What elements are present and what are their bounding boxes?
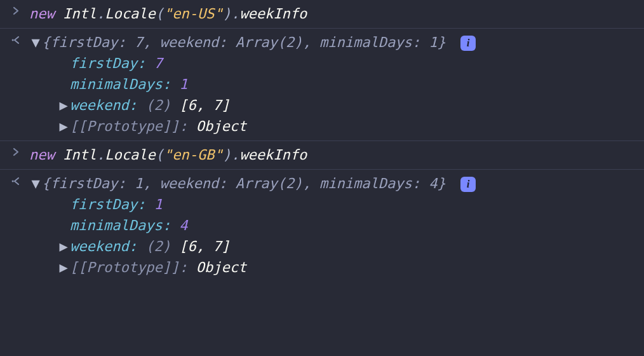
- prop-value: Object: [196, 118, 246, 134]
- prop-key: weekend: [70, 97, 129, 113]
- object-property[interactable]: firstDay: 1: [29, 194, 639, 215]
- prop-value: 1: [179, 76, 187, 92]
- console-input-code[interactable]: new Intl.Locale("en-GB").weekInfo: [29, 145, 639, 165]
- input-chevron-icon: [3, 145, 29, 156]
- prop-key: firstDay: [70, 196, 137, 212]
- keyword-new: new: [29, 147, 55, 163]
- expand-toggle-icon[interactable]: ▶: [57, 95, 70, 116]
- object-summary: {firstDay: 7, weekend: Array(2), minimal…: [42, 34, 446, 50]
- object-summary: {firstDay: 1, weekend: Array(2), minimal…: [42, 175, 446, 191]
- prop-value: Object: [196, 259, 246, 275]
- prop-key: firstDay: [70, 55, 137, 71]
- svg-point-1: [12, 180, 14, 182]
- array-length: (2): [145, 238, 171, 254]
- input-chevron-icon: [3, 4, 29, 15]
- object-property[interactable]: ▶[[Prototype]]: Object: [29, 116, 639, 137]
- expand-toggle-icon[interactable]: ▼: [29, 32, 42, 53]
- object-property[interactable]: minimalDays: 4: [29, 215, 639, 236]
- prop-value: 1: [154, 196, 162, 212]
- object-property[interactable]: minimalDays: 1: [29, 74, 639, 95]
- object-property[interactable]: firstDay: 7: [29, 53, 639, 74]
- prop-value: 7: [154, 55, 162, 71]
- console-input-row: new Intl.Locale("en-US").weekInfo: [0, 0, 644, 29]
- keyword-new: new: [29, 6, 55, 22]
- prop-key: [[Prototype]]: [70, 118, 179, 134]
- expand-toggle-icon[interactable]: ▶: [57, 116, 70, 137]
- prop-key: minimalDays: [70, 217, 163, 233]
- console-input-row: new Intl.Locale("en-GB").weekInfo: [0, 141, 644, 170]
- object-property[interactable]: ▶weekend: (2) [6, 7]: [29, 95, 639, 116]
- console-input-code[interactable]: new Intl.Locale("en-US").weekInfo: [29, 4, 639, 24]
- object-summary-line[interactable]: ▼{firstDay: 7, weekend: Array(2), minima…: [29, 32, 639, 53]
- identifier: Intl: [63, 147, 97, 163]
- array-preview: [6, 7]: [179, 97, 229, 113]
- prop-value: 4: [179, 217, 187, 233]
- string-literal: "en-GB": [164, 147, 223, 163]
- identifier: Intl: [63, 6, 97, 22]
- identifier: Locale: [105, 6, 155, 22]
- identifier: Locale: [105, 147, 155, 163]
- prop-key: weekend: [70, 238, 129, 254]
- identifier: weekInfo: [239, 6, 307, 22]
- expand-toggle-icon[interactable]: ▼: [29, 174, 42, 194]
- string-literal: "en-US": [164, 6, 223, 22]
- output-return-icon: [3, 32, 29, 45]
- expand-toggle-icon[interactable]: ▶: [57, 257, 70, 278]
- object-property[interactable]: ▶[[Prototype]]: Object: [29, 257, 639, 278]
- array-preview: [6, 7]: [179, 238, 229, 254]
- svg-point-0: [12, 39, 14, 41]
- info-icon[interactable]: i: [460, 36, 476, 51]
- array-length: (2): [145, 97, 171, 113]
- prop-key: [[Prototype]]: [70, 259, 179, 275]
- expand-toggle-icon[interactable]: ▶: [57, 236, 70, 257]
- object-property[interactable]: ▶weekend: (2) [6, 7]: [29, 236, 639, 257]
- output-return-icon: [3, 174, 29, 186]
- prop-key: minimalDays: [70, 76, 163, 92]
- console-output-row: ▼{firstDay: 7, weekend: Array(2), minima…: [0, 29, 644, 141]
- object-summary-line[interactable]: ▼{firstDay: 1, weekend: Array(2), minima…: [29, 174, 639, 194]
- console-output-row: ▼{firstDay: 1, weekend: Array(2), minima…: [0, 170, 644, 282]
- identifier: weekInfo: [239, 147, 307, 163]
- info-icon[interactable]: i: [460, 177, 476, 192]
